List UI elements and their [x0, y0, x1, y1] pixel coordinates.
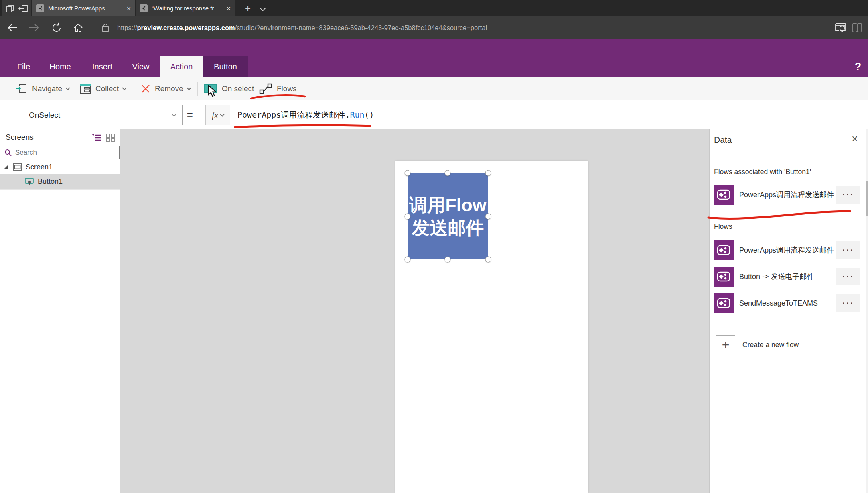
- tracking-prevention-icon[interactable]: [831, 16, 850, 39]
- flow-name: SendMessageToTEAMS: [739, 293, 836, 313]
- url-domain: preview.create.powerapps.com: [137, 24, 235, 32]
- panel-divider: [0, 189, 120, 190]
- more-options-button[interactable]: ···: [836, 294, 860, 312]
- reading-view-icon[interactable]: [848, 16, 866, 39]
- chevron-down-icon: [187, 86, 191, 90]
- scrollbar-thumb[interactable]: [866, 181, 868, 216]
- create-new-flow-button[interactable]: + Create a new flow: [710, 335, 868, 355]
- selection-handle-e[interactable]: [485, 214, 491, 220]
- menu-file[interactable]: File: [12, 56, 35, 77]
- flows-heading: Flows: [714, 222, 732, 231]
- refresh-button[interactable]: [47, 16, 66, 39]
- powerapps-favicon: [36, 4, 44, 12]
- navigate-icon: [15, 83, 28, 94]
- more-options-button[interactable]: ···: [836, 186, 860, 204]
- tree-item-button1[interactable]: Button1: [0, 174, 120, 189]
- home-button[interactable]: [69, 16, 87, 39]
- on-select-label: On select: [222, 84, 254, 93]
- chevron-down-icon: [220, 112, 224, 116]
- formula-object: PowerApps调用流程发送邮件: [237, 110, 345, 120]
- selection-handle-sw[interactable]: [405, 257, 411, 263]
- flows-button[interactable]: Flows: [259, 77, 297, 100]
- url-field[interactable]: https://preview.create.powerapps.com/stu…: [117, 16, 487, 39]
- remove-button[interactable]: Remove: [140, 77, 191, 100]
- flow-icon: [714, 267, 734, 287]
- grid-view-icon[interactable]: [106, 134, 115, 142]
- canvas-button-control[interactable]: 调用Flow 发送邮件: [408, 173, 488, 259]
- more-options-button[interactable]: ···: [836, 241, 860, 259]
- fx-selector[interactable]: fx: [205, 105, 230, 125]
- selection-handle-nw[interactable]: [405, 170, 411, 176]
- tab-close-icon[interactable]: ×: [226, 4, 231, 12]
- flow-row[interactable]: SendMessageToTEAMS ···: [710, 293, 868, 313]
- close-icon[interactable]: ×: [850, 134, 860, 145]
- selection-handle-s[interactable]: [445, 257, 451, 263]
- associated-flow-row[interactable]: PowerApps调用流程发送邮件 ···: [710, 185, 868, 205]
- button-control-icon: [25, 178, 35, 186]
- selection-handle-w[interactable]: [405, 214, 411, 220]
- chevron-down-icon: [65, 86, 70, 90]
- tree-item-screen1[interactable]: Screen1: [0, 160, 120, 174]
- selection-handle-se[interactable]: [485, 257, 491, 263]
- menu-action-selected[interactable]: Action: [160, 56, 203, 77]
- formula-bar: OnSelect = fx PowerApps调用流程发送邮件.Run(): [0, 100, 868, 129]
- tab-preview-icon[interactable]: [5, 4, 15, 13]
- screens-search: [1, 146, 120, 159]
- menu-view[interactable]: View: [128, 56, 154, 77]
- navigate-label: Navigate: [32, 84, 62, 93]
- browser-tab-waiting[interactable]: “Waiting for response fr ×: [136, 0, 235, 16]
- plus-icon: +: [716, 335, 735, 354]
- menu-home[interactable]: Home: [45, 56, 75, 77]
- back-button[interactable]: [3, 16, 22, 39]
- url-protocol: https://: [117, 24, 137, 32]
- screens-panel-title: Screens: [6, 133, 34, 142]
- selection-handle-n[interactable]: [445, 170, 451, 176]
- flow-row[interactable]: PowerApps调用流程发送邮件 ···: [710, 240, 868, 260]
- formula-parens: (): [365, 110, 374, 120]
- list-view-icon[interactable]: [92, 134, 102, 142]
- help-button[interactable]: ?: [851, 57, 865, 76]
- screen-icon: [13, 163, 22, 171]
- flow-row[interactable]: Button -> 发送电子邮件 ···: [710, 267, 868, 287]
- tree-item-label: Screen1: [26, 163, 53, 171]
- tab-utility-strip: [2, 0, 31, 16]
- more-options-button[interactable]: ···: [836, 268, 860, 285]
- tab-title: “Waiting for response fr: [152, 5, 223, 12]
- canvas-button-text-line2: 发送邮件: [412, 216, 484, 239]
- remove-icon: [140, 84, 151, 94]
- chevron-down-icon: [172, 112, 176, 116]
- formula-input[interactable]: PowerApps调用流程发送邮件.Run(): [237, 100, 374, 129]
- browser-tab-powerapps[interactable]: Microsoft PowerApps ×: [32, 0, 135, 16]
- panel-scrollbar[interactable]: [866, 129, 868, 493]
- flow-name: PowerApps调用流程发送邮件: [739, 185, 836, 205]
- tree-expand-icon[interactable]: [4, 165, 8, 169]
- formula-method: Run: [350, 110, 364, 120]
- navigate-button[interactable]: Navigate: [15, 77, 69, 100]
- design-canvas: 调用Flow 发送邮件: [120, 129, 709, 493]
- collect-button[interactable]: Collect: [79, 77, 126, 100]
- property-selector[interactable]: OnSelect: [22, 105, 183, 125]
- menu-insert[interactable]: Insert: [87, 56, 118, 77]
- selection-handle-ne[interactable]: [485, 170, 491, 176]
- flow-name: PowerApps调用流程发送邮件: [739, 240, 836, 260]
- new-tab-button[interactable]: +: [240, 0, 256, 16]
- flow-icon: [714, 240, 734, 260]
- data-panel-title: Data: [714, 135, 732, 145]
- menu-button-contextual[interactable]: Button: [203, 56, 248, 77]
- search-icon: [4, 149, 12, 156]
- associated-flows-heading: Flows associated with 'Button1': [714, 168, 811, 176]
- forward-button[interactable]: [25, 16, 43, 39]
- powerapps-favicon: [140, 4, 148, 12]
- tab-close-icon[interactable]: ×: [126, 4, 131, 12]
- flow-name: Button -> 发送电子邮件: [739, 267, 836, 287]
- on-select-button[interactable]: On select: [204, 77, 254, 100]
- search-input[interactable]: [15, 149, 116, 157]
- flows-icon: [259, 83, 273, 95]
- collect-label: Collect: [95, 84, 119, 93]
- tab-list-chevron-icon[interactable]: [260, 6, 266, 11]
- browser-address-bar: https://preview.create.powerapps.com/stu…: [0, 16, 868, 39]
- flow-icon: [714, 185, 734, 205]
- powerapps-studio-window: Microsoft PowerApps × “Waiting for respo…: [0, 0, 868, 493]
- url-path: /studio/?environment-name=839eace6-59ab-…: [235, 24, 487, 32]
- set-tabs-aside-icon[interactable]: [18, 4, 28, 13]
